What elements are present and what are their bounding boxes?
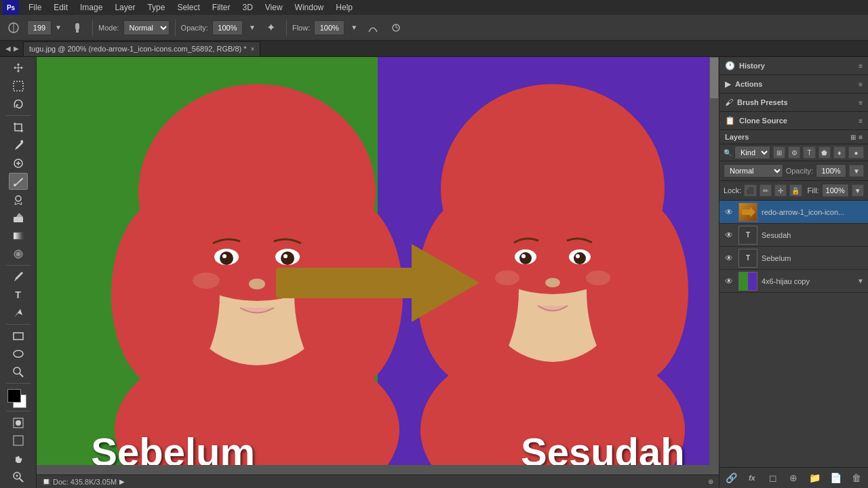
link-layers-btn[interactable]: 🔗 <box>724 470 738 485</box>
filter-adjust-btn[interactable]: ⚙ <box>788 146 800 159</box>
layer-2-thumb: T <box>738 249 757 268</box>
brush-tool-icon[interactable] <box>68 18 87 37</box>
screen-mode-btn[interactable] <box>9 432 28 449</box>
fx-btn[interactable]: fx <box>745 470 760 485</box>
layers-expand-btn[interactable]: ⊞ <box>850 134 856 141</box>
layer-0-eye[interactable]: 👁 <box>724 207 734 218</box>
magnify-tool[interactable] <box>9 468 28 485</box>
brush-size-input[interactable] <box>27 20 52 35</box>
menu-type[interactable]: Type <box>142 1 170 14</box>
layer-item-1[interactable]: 👁 T Sesudah <box>719 224 868 247</box>
smoothing-btn[interactable] <box>363 18 382 37</box>
gradient-tool[interactable] <box>9 228 28 245</box>
menu-layer[interactable]: Layer <box>109 1 140 14</box>
actions-header[interactable]: ▶ Actions ≡ <box>719 75 868 93</box>
flow-arrow[interactable]: ▼ <box>349 18 359 37</box>
eyedropper-tool[interactable] <box>9 137 28 154</box>
brush-options-btn[interactable] <box>4 18 23 37</box>
brush-size-arrow[interactable]: ▼ <box>53 18 64 37</box>
layers-menu-btn[interactable]: ≡ <box>859 134 863 141</box>
ellipse-tool[interactable] <box>9 346 28 363</box>
filter-shape-btn[interactable]: ⬟ <box>818 146 831 159</box>
color-swatches[interactable] <box>7 389 29 408</box>
opacity-arrow-btn[interactable]: ▼ <box>849 165 864 177</box>
foreground-color[interactable] <box>7 389 21 403</box>
healing-tool[interactable] <box>9 155 28 172</box>
rectangle-tool[interactable] <box>9 327 28 344</box>
pressure-btn[interactable] <box>387 18 406 37</box>
menu-window[interactable]: Window <box>290 1 330 14</box>
marquee-tool[interactable] <box>9 78 28 95</box>
fill-arrow-btn[interactable]: ▼ <box>852 184 864 197</box>
layer-3-eye[interactable]: 👁 <box>724 276 734 287</box>
delete-layer-btn[interactable]: 🗑 <box>849 470 864 485</box>
layer-item-2[interactable]: 👁 T Sebelum <box>719 247 868 270</box>
crop-tool[interactable] <box>9 119 28 136</box>
layers-fill-input[interactable] <box>822 184 849 197</box>
clone-stamp-tool[interactable] <box>9 191 28 208</box>
filter-type-btn[interactable]: T <box>803 146 815 159</box>
mode-select[interactable]: Normal Multiply Screen <box>123 20 170 35</box>
blur-tool[interactable] <box>9 245 28 262</box>
svg-rect-2 <box>75 23 79 30</box>
svg-point-56 <box>574 252 586 264</box>
type-tool[interactable]: T <box>9 287 28 304</box>
filter-pixel-btn[interactable]: ⊞ <box>773 146 785 159</box>
lasso-tool[interactable] <box>9 96 28 113</box>
opacity-input[interactable] <box>212 20 243 35</box>
move-tool[interactable] <box>9 60 28 77</box>
layers-list: 👁 redo-arrow-1_icon-icon... 👁 T Sesudah <box>719 201 868 467</box>
brush-presets-header[interactable]: 🖌 Brush Presets ≡ <box>719 94 868 111</box>
layers-filter-select[interactable]: Kind <box>734 146 770 159</box>
opacity-arrow[interactable]: ▼ <box>247 18 258 37</box>
menu-image[interactable]: Image <box>75 1 108 14</box>
flow-input[interactable] <box>314 20 344 35</box>
lock-pixel-btn[interactable]: ⬛ <box>744 184 756 197</box>
eraser-tool[interactable] <box>9 209 28 226</box>
path-selection-tool[interactable] <box>9 305 28 322</box>
brush-tool[interactable] <box>9 173 28 190</box>
quick-mask-btn[interactable] <box>9 414 28 431</box>
horizontal-scrollbar[interactable] <box>37 465 709 474</box>
lock-position-btn[interactable]: ✛ <box>774 184 787 197</box>
new-layer-btn[interactable]: 📄 <box>828 470 843 485</box>
brush-presets-expand[interactable]: ≡ <box>859 99 863 106</box>
filter-smart-btn[interactable]: ♦ <box>833 146 846 159</box>
menu-file[interactable]: File <box>23 1 47 14</box>
layer-item-3[interactable]: 👁 4x6-hijau copy ▼ <box>719 270 868 293</box>
active-tab[interactable]: tugu.jpg @ 200% (redo-arrow-1_icon-icons… <box>23 41 260 56</box>
layers-opacity-input[interactable] <box>816 164 846 178</box>
clone-source-header[interactable]: 📋 Clone Source ≡ <box>719 112 868 129</box>
pen-tool[interactable] <box>9 268 28 285</box>
vertical-scroll-thumb[interactable] <box>710 58 718 98</box>
filter-toggle-btn[interactable]: ● <box>848 146 864 159</box>
new-group-btn[interactable]: 📁 <box>807 470 822 485</box>
layer-item-0[interactable]: 👁 redo-arrow-1_icon-icon... <box>719 201 868 224</box>
lock-all-btn[interactable]: 🔒 <box>789 184 802 197</box>
tool-sep-5 <box>6 411 31 411</box>
layer-3-more[interactable]: ▼ <box>857 277 864 285</box>
menu-3d[interactable]: 3D <box>237 1 258 14</box>
add-mask-btn[interactable]: ◻ <box>766 470 781 485</box>
canvas-preview-btn[interactable]: 🔲 <box>42 478 50 485</box>
play-btn[interactable]: ▶ <box>119 478 125 485</box>
menu-view[interactable]: View <box>260 1 288 14</box>
lock-brush-btn[interactable]: ✏ <box>760 184 772 197</box>
history-header[interactable]: 🕐 History ≡ <box>719 57 868 75</box>
clone-source-expand[interactable]: ≡ <box>859 117 863 125</box>
menu-select[interactable]: Select <box>172 1 205 14</box>
layer-2-eye[interactable]: 👁 <box>724 253 734 264</box>
actions-expand[interactable]: ≡ <box>859 81 863 88</box>
airbrush-btn[interactable]: ✦ <box>262 18 281 37</box>
tab-close-btn[interactable]: × <box>251 45 255 53</box>
history-expand[interactable]: ≡ <box>859 62 863 70</box>
vertical-scrollbar[interactable] <box>709 57 719 474</box>
menu-help[interactable]: Help <box>330 1 358 14</box>
hand-tool[interactable] <box>9 451 28 468</box>
menu-edit[interactable]: Edit <box>48 1 73 14</box>
layers-mode-select[interactable]: Normal <box>724 164 783 178</box>
zoom-tool[interactable] <box>9 364 28 381</box>
layer-1-eye[interactable]: 👁 <box>724 230 734 241</box>
menu-filter[interactable]: Filter <box>207 1 236 14</box>
adjustments-btn[interactable]: ⊕ <box>786 470 801 485</box>
